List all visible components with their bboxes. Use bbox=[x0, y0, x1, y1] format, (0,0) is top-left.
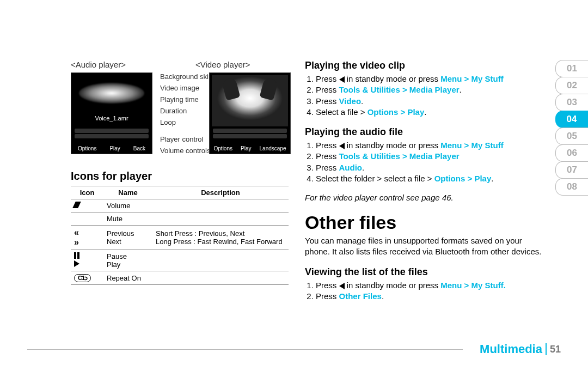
row-name: Previous Next bbox=[103, 226, 152, 250]
video-control-note: For the video player control see page 46… bbox=[305, 193, 544, 202]
list-item: Press in standby mode or press Menu > My… bbox=[316, 74, 544, 84]
tab-06[interactable]: 06 bbox=[555, 144, 588, 162]
icons-heading: Icons for player bbox=[71, 170, 289, 183]
list-item: Press Audio. bbox=[316, 162, 544, 173]
th-desc: Description bbox=[152, 186, 289, 199]
other-files-body: You can manage files in unsupported form… bbox=[305, 235, 544, 258]
list-item: Select the folder > select a file > Opti… bbox=[316, 173, 544, 184]
playing-video-steps: Press in standby mode or press Menu > My… bbox=[316, 74, 544, 118]
list-item: Press Tools & Utilities > Media Player. bbox=[316, 84, 544, 95]
audio-player-screenshot: Voice_1.amr Options Play Back bbox=[71, 72, 152, 154]
row-desc: Short Press : Previous, Next Long Press … bbox=[152, 226, 289, 250]
footer-category: Multimedia bbox=[474, 342, 542, 356]
list-item: Press Tools & Utilities > Media Player bbox=[316, 151, 544, 162]
table-row: C1ↄ Repeat On bbox=[71, 271, 289, 285]
callout-duration: Duration bbox=[160, 107, 187, 115]
tab-05[interactable]: 05 bbox=[555, 127, 588, 145]
tab-04[interactable]: 04 bbox=[555, 111, 588, 128]
row-desc bbox=[152, 271, 289, 285]
clip-filename: Voice_1.amr bbox=[95, 115, 128, 121]
callout-video-image: Video image bbox=[160, 84, 199, 92]
list-item: Press in standby mode or press Menu > My… bbox=[316, 280, 544, 291]
row-desc bbox=[152, 212, 289, 226]
video-player-label: <Video player> bbox=[195, 60, 250, 69]
viewing-steps: Press in standby mode or press Menu > My… bbox=[316, 280, 544, 302]
arrow-left-icon bbox=[339, 76, 345, 83]
pause-play-icon bbox=[71, 250, 103, 271]
viewing-heading: Viewing the list of the files bbox=[305, 266, 544, 278]
arrow-left-icon bbox=[339, 283, 345, 289]
tab-07[interactable]: 07 bbox=[555, 161, 588, 179]
th-icon: Icon bbox=[71, 186, 103, 199]
table-row: Volume bbox=[71, 199, 289, 212]
audio-opt-options: Options bbox=[78, 145, 96, 151]
arrow-left-icon bbox=[339, 143, 345, 149]
row-desc bbox=[152, 199, 289, 212]
playing-video-heading: Playing the video clip bbox=[305, 60, 544, 71]
callout-loop: Loop bbox=[160, 118, 176, 126]
row-name: Mute bbox=[103, 212, 152, 226]
row-desc bbox=[152, 250, 289, 271]
table-row: Mute bbox=[71, 212, 289, 226]
prev-next-icon bbox=[71, 226, 103, 250]
audio-player-label: <Audio player> bbox=[71, 60, 126, 69]
video-opt-play: Play bbox=[241, 145, 251, 151]
list-item: Press Video. bbox=[316, 96, 544, 107]
playing-audio-steps: Press in standby mode or press Menu > My… bbox=[316, 140, 544, 184]
other-files-heading: Other files bbox=[305, 212, 544, 233]
tab-02[interactable]: 02 bbox=[555, 77, 588, 94]
video-opt-landscape: Landscape bbox=[260, 145, 286, 151]
playing-audio-heading: Playing the audio file bbox=[305, 126, 544, 138]
volume-icon bbox=[71, 199, 103, 212]
list-item: Press in standby mode or press Menu > My… bbox=[316, 140, 544, 151]
mute-icon bbox=[71, 212, 103, 226]
callout-bg-skin: Background skin bbox=[160, 72, 212, 81]
callout-list: Background skin Video image Playing time… bbox=[160, 72, 212, 155]
repeat-icon: C1ↄ bbox=[71, 271, 103, 285]
tab-01[interactable]: 01 bbox=[555, 60, 588, 77]
page-footer: Multimedia 51 bbox=[0, 342, 588, 356]
callout-player-control: Player control bbox=[160, 135, 203, 143]
list-item: Select a file > Options > Play. bbox=[316, 107, 544, 118]
table-row: Previous Next Short Press : Previous, Ne… bbox=[71, 226, 289, 250]
tab-08[interactable]: 08 bbox=[555, 178, 588, 196]
th-name: Name bbox=[103, 186, 152, 199]
chapter-tabs: 01 02 03 04 05 06 07 08 bbox=[555, 60, 588, 195]
audio-opt-back: Back bbox=[133, 145, 145, 151]
manual-page: <Audio player> <Video player> Voice_1.am… bbox=[0, 0, 588, 389]
callout-volume-controls: Volume controls bbox=[160, 147, 211, 155]
row-name: Volume bbox=[103, 199, 152, 212]
tab-03[interactable]: 03 bbox=[555, 94, 588, 111]
table-row: Pause Play bbox=[71, 250, 289, 271]
footer-page-number: 51 bbox=[550, 344, 561, 355]
row-name: Repeat On bbox=[103, 271, 152, 285]
right-column: Playing the video clip Press in standby … bbox=[305, 60, 544, 311]
callout-playtime: Playing time bbox=[160, 95, 199, 104]
video-opt-options: Options bbox=[214, 145, 232, 151]
left-column: <Audio player> <Video player> Voice_1.am… bbox=[71, 60, 289, 311]
row-name: Pause Play bbox=[103, 250, 152, 271]
list-item: Press Other Files. bbox=[316, 291, 544, 302]
audio-opt-play: Play bbox=[109, 145, 120, 151]
video-player-screenshot: Options Play Landscape bbox=[209, 72, 291, 154]
icons-table: Icon Name Description Volume Mute bbox=[71, 186, 289, 285]
